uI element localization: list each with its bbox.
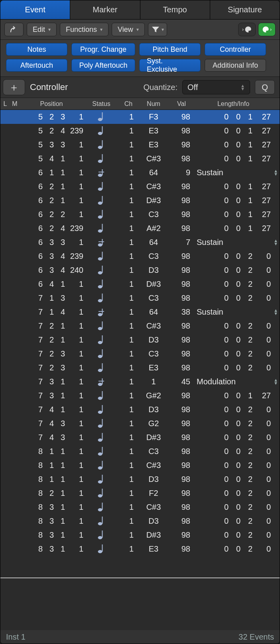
table-row[interactable]: 6342391C3980020 bbox=[0, 249, 280, 263]
position-cell[interactable]: 634240 bbox=[20, 266, 83, 275]
val-cell[interactable]: 98 bbox=[170, 544, 193, 554]
length-cell[interactable]: 0020 bbox=[193, 489, 280, 498]
val-cell[interactable]: 98 bbox=[170, 280, 193, 289]
length-cell[interactable]: 0020 bbox=[193, 335, 280, 345]
val-cell[interactable]: 98 bbox=[170, 252, 193, 261]
val-cell[interactable]: 7 bbox=[170, 238, 193, 247]
channel-cell[interactable]: 1 bbox=[119, 224, 138, 233]
val-cell[interactable]: 98 bbox=[170, 126, 193, 135]
channel-cell[interactable]: 1 bbox=[119, 377, 138, 386]
length-cell[interactable]: Sustain▲▼ bbox=[193, 307, 280, 317]
table-row[interactable]: 74311G2980020 bbox=[0, 417, 280, 431]
filter-syst-exclusive[interactable]: Syst. Exclusive bbox=[139, 59, 201, 72]
position-cell[interactable]: 6111 bbox=[20, 168, 83, 177]
header-mute[interactable]: M bbox=[10, 100, 20, 108]
edit-menu[interactable]: Edit▾ bbox=[27, 23, 57, 36]
position-cell[interactable]: 7211 bbox=[20, 335, 83, 345]
header-loop[interactable]: L bbox=[0, 100, 10, 108]
functions-menu[interactable]: Functions▾ bbox=[60, 23, 108, 36]
table-row[interactable]: 83111D#3980020 bbox=[0, 528, 280, 542]
val-cell[interactable]: 98 bbox=[170, 433, 193, 442]
length-cell[interactable]: Sustain▲▼ bbox=[193, 238, 280, 247]
table-row[interactable]: 62211C39800127 bbox=[0, 207, 280, 221]
channel-cell[interactable]: 1 bbox=[119, 294, 138, 303]
position-cell[interactable]: 8311 bbox=[20, 530, 83, 540]
length-cell[interactable]: 00127 bbox=[193, 112, 280, 121]
channel-cell[interactable]: 1 bbox=[119, 140, 138, 149]
filter-controller[interactable]: Controller bbox=[205, 43, 266, 56]
position-cell[interactable]: 7411 bbox=[20, 405, 83, 414]
channel-cell[interactable]: 1 bbox=[119, 252, 138, 261]
val-cell[interactable]: 98 bbox=[170, 321, 193, 331]
channel-cell[interactable]: 1 bbox=[119, 210, 138, 219]
status-cell[interactable] bbox=[83, 335, 119, 345]
num-cell[interactable]: D3 bbox=[138, 475, 170, 484]
channel-cell[interactable]: 1 bbox=[119, 349, 138, 358]
hierarchy-up-button[interactable] bbox=[4, 23, 24, 36]
length-cell[interactable]: 0020 bbox=[193, 252, 280, 261]
status-cell[interactable] bbox=[83, 419, 119, 428]
status-cell[interactable] bbox=[83, 488, 119, 498]
length-cell[interactable]: 0020 bbox=[193, 349, 280, 358]
channel-cell[interactable]: 1 bbox=[119, 168, 138, 177]
position-cell[interactable]: 6331 bbox=[20, 238, 83, 247]
val-cell[interactable]: 98 bbox=[170, 349, 193, 358]
position-cell[interactable]: 6411 bbox=[20, 280, 83, 289]
num-cell[interactable]: D#3 bbox=[138, 196, 170, 205]
channel-cell[interactable]: 1 bbox=[119, 238, 138, 247]
val-cell[interactable]: 98 bbox=[170, 112, 193, 121]
length-cell[interactable]: 0020 bbox=[193, 544, 280, 554]
status-cell[interactable] bbox=[83, 126, 119, 135]
num-cell[interactable]: C3 bbox=[138, 210, 170, 219]
header-num[interactable]: Num bbox=[138, 100, 170, 108]
num-cell[interactable]: E3 bbox=[138, 140, 170, 149]
stepper-icon[interactable]: ▲▼ bbox=[266, 309, 278, 315]
num-cell[interactable]: C3 bbox=[138, 294, 170, 303]
num-cell[interactable]: C#3 bbox=[138, 461, 170, 470]
channel-cell[interactable]: 1 bbox=[119, 266, 138, 275]
val-cell[interactable]: 98 bbox=[170, 363, 193, 372]
num-cell[interactable]: C#3 bbox=[138, 182, 170, 191]
stepper-icon[interactable]: ▲▼ bbox=[266, 239, 278, 245]
num-cell[interactable]: G#2 bbox=[138, 391, 170, 400]
val-cell[interactable]: 98 bbox=[170, 266, 193, 275]
midi-colors-button[interactable]: › bbox=[258, 23, 276, 36]
status-cell[interactable] bbox=[83, 154, 119, 163]
length-cell[interactable]: 00127 bbox=[193, 391, 280, 400]
length-cell[interactable]: 00127 bbox=[193, 140, 280, 149]
status-cell[interactable] bbox=[83, 112, 119, 121]
channel-cell[interactable]: 1 bbox=[119, 475, 138, 484]
length-cell[interactable]: Sustain▲▼ bbox=[193, 168, 280, 177]
val-cell[interactable]: 98 bbox=[170, 517, 193, 526]
val-cell[interactable]: 98 bbox=[170, 182, 193, 191]
length-cell[interactable]: 00127 bbox=[193, 182, 280, 191]
status-cell[interactable] bbox=[83, 363, 119, 372]
position-cell[interactable]: 7311 bbox=[20, 377, 83, 386]
num-cell[interactable]: C3 bbox=[138, 447, 170, 456]
table-row[interactable]: 81111C3980020 bbox=[0, 444, 280, 458]
channel-cell[interactable]: 1 bbox=[119, 307, 138, 317]
position-cell[interactable]: 5411 bbox=[20, 154, 83, 163]
status-cell[interactable] bbox=[83, 530, 119, 540]
length-cell[interactable]: 00127 bbox=[193, 154, 280, 163]
num-cell[interactable]: D#3 bbox=[138, 433, 170, 442]
status-cell[interactable] bbox=[83, 279, 119, 289]
val-cell[interactable]: 98 bbox=[170, 224, 193, 233]
position-cell[interactable]: 7141 bbox=[20, 307, 83, 317]
length-cell[interactable]: 0020 bbox=[193, 517, 280, 526]
status-cell[interactable] bbox=[83, 209, 119, 219]
filter-additional-info[interactable]: Additional Info bbox=[205, 59, 266, 72]
status-cell[interactable] bbox=[83, 196, 119, 205]
position-cell[interactable]: 8311 bbox=[20, 544, 83, 554]
create-event-type[interactable]: Controller bbox=[30, 82, 82, 92]
num-cell[interactable]: 64 bbox=[138, 168, 170, 177]
position-cell[interactable]: 8111 bbox=[20, 447, 83, 456]
table-row[interactable]: 73111145Modulation▲▼ bbox=[0, 375, 280, 389]
num-cell[interactable]: D#3 bbox=[138, 530, 170, 540]
table-row[interactable]: 72111C#3980020 bbox=[0, 319, 280, 333]
length-cell[interactable]: 0020 bbox=[193, 419, 280, 428]
status-cell[interactable] bbox=[83, 140, 119, 149]
status-cell[interactable] bbox=[83, 182, 119, 191]
position-cell[interactable]: 7211 bbox=[20, 321, 83, 331]
channel-cell[interactable]: 1 bbox=[119, 112, 138, 121]
